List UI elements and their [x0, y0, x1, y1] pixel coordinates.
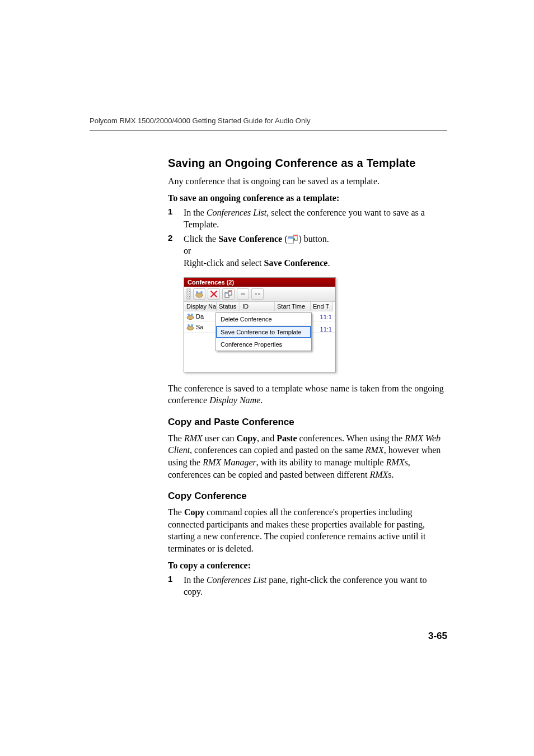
svg-rect-8: [226, 293, 228, 294]
step2-g: .: [327, 258, 330, 268]
menu-save-conference-to-template[interactable]: Save Conference to Template: [216, 326, 311, 338]
table-header-row: Display Na Status ID Start Time End T: [184, 302, 335, 311]
step-number: 1: [168, 207, 184, 231]
menu-delete-conference[interactable]: Delete Conference: [216, 313, 311, 326]
toolbar-button-5[interactable]: [251, 288, 264, 300]
svg-point-19: [191, 324, 193, 326]
svg-rect-10: [229, 291, 231, 292]
svg-point-18: [188, 324, 190, 326]
step-number: 1: [168, 574, 184, 598]
step2-d: ) button.: [298, 234, 329, 244]
col-id[interactable]: ID: [240, 302, 275, 311]
col-start-time[interactable]: Start Time: [275, 302, 311, 311]
step2-a: Click the: [184, 234, 218, 244]
after-screenshot-text: The conference is saved to a template wh…: [168, 382, 447, 407]
toolbar-button-4[interactable]: [237, 288, 249, 300]
svg-point-6: [200, 291, 203, 293]
svg-point-14: [187, 315, 194, 319]
section-title-saving: Saving an Ongoing Conference as a Templa…: [168, 157, 447, 170]
context-menu: Delete Conference Save Conference to Tem…: [216, 312, 312, 351]
step-1: 1 In the Conferences List, select the co…: [168, 207, 447, 231]
conferences-panel-screenshot: Conferences (2) D: [184, 277, 336, 372]
svg-point-17: [187, 326, 194, 330]
step2-or: or: [184, 246, 191, 255]
toolbar-grip-icon: [186, 288, 191, 300]
row-end-time: 11:1: [320, 326, 332, 333]
delete-button[interactable]: [208, 288, 220, 300]
howto-label-2: To copy a conference:: [168, 561, 447, 571]
running-header: Polycom RMX 1500/2000/4000 Getting Start…: [90, 116, 447, 125]
col-end-time[interactable]: End T: [311, 302, 333, 311]
step1-text-a: In the: [184, 208, 207, 217]
row-name: Sa: [196, 324, 203, 330]
copy-conference-paragraph: The Copy command copies all the conferen…: [168, 506, 447, 554]
menu-conference-properties[interactable]: Conference Properties: [216, 338, 311, 351]
svg-point-4: [196, 293, 203, 297]
new-conference-button[interactable]: [193, 288, 205, 300]
conferences-list-em: Conferences List: [207, 208, 266, 217]
copy-paste-paragraph: The RMX user can Copy, and Paste confere…: [168, 432, 447, 480]
svg-point-15: [188, 314, 190, 316]
col-status[interactable]: Status: [217, 302, 240, 311]
svg-rect-11: [241, 293, 245, 295]
svg-point-5: [196, 291, 198, 293]
header-rule: [90, 130, 447, 131]
howto-label-1: To save an ongoing conference as a templ…: [168, 193, 447, 203]
panel-title: Conferences (2): [184, 278, 335, 287]
copy-step-1: 1 In the Conferences List pane, right-cl…: [168, 574, 447, 598]
save-conference-icon: [288, 235, 298, 244]
after-b: .: [260, 395, 263, 405]
section-title-copy-conference: Copy Conference: [168, 491, 447, 502]
step-2: 2 Click the Save Conference () button. o…: [168, 233, 447, 269]
save-template-button[interactable]: [222, 288, 235, 300]
row-name: Da: [196, 313, 204, 320]
svg-rect-13: [258, 293, 260, 295]
panel-toolbar: [184, 287, 335, 302]
display-name-em: Display Name: [209, 395, 260, 405]
conference-icon: [186, 324, 194, 330]
row-end-time: 11:1: [320, 314, 332, 320]
save-conference-bold-2: Save Conference: [264, 258, 328, 268]
conference-icon: [186, 313, 194, 320]
svg-rect-1: [288, 237, 293, 239]
save-conference-bold: Save Conference: [218, 234, 282, 244]
section-title-copy-paste: Copy and Paste Conference: [168, 417, 447, 428]
col-display-name[interactable]: Display Na: [184, 302, 217, 311]
intro-text: Any conference that is ongoing can be sa…: [168, 175, 447, 188]
svg-rect-3: [294, 235, 297, 236]
step-number: 2: [168, 233, 184, 269]
step2-c: (: [282, 234, 287, 244]
svg-point-16: [191, 314, 193, 316]
svg-rect-12: [255, 293, 257, 295]
step2-e: Right-click and select: [184, 258, 264, 268]
page-number: 3-65: [428, 631, 447, 642]
